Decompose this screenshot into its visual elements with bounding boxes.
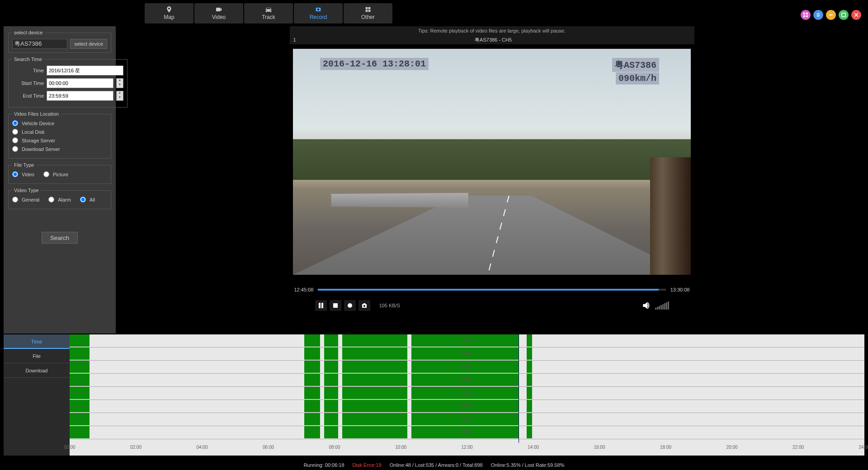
radio-label: General [22, 197, 39, 202]
timeline-segment[interactable] [342, 334, 407, 347]
timeline-row[interactable]: CH3 [70, 361, 864, 374]
timeline-segment[interactable] [324, 400, 339, 412]
nav-tab-track[interactable]: Track [244, 3, 293, 24]
tab-download[interactable]: Download [4, 363, 70, 378]
pause-button[interactable] [315, 300, 327, 311]
playhead[interactable] [519, 334, 519, 443]
timeline-row[interactable]: CH2 [70, 348, 864, 361]
time-spinner[interactable]: ▲▼ [116, 91, 123, 101]
swap-button[interactable] [813, 10, 823, 20]
timeline-segment[interactable] [324, 361, 339, 373]
timeline-segment[interactable] [304, 387, 320, 399]
nav-tab-other[interactable]: Other [344, 3, 392, 24]
radio-download-server[interactable] [12, 146, 18, 152]
timeline-row[interactable]: CH6 [70, 400, 864, 413]
nav-tab-map[interactable]: Map [145, 3, 193, 24]
timeline-segment[interactable] [70, 361, 90, 373]
start-time-label: Start Time [12, 80, 44, 86]
map-icon [165, 6, 174, 13]
radio-general[interactable] [12, 197, 18, 202]
status-running: Running: 00:06:18 [304, 462, 344, 468]
bottom-area: Time File Download CH1CH2CH3CH4CH5CH6CH7… [4, 334, 864, 456]
close-button[interactable] [851, 10, 861, 20]
timeline-segment[interactable] [324, 374, 339, 386]
timeline-row[interactable]: CH8 [70, 426, 864, 439]
progress-track[interactable] [318, 289, 665, 291]
timeline-segment[interactable] [527, 348, 532, 360]
timeline-segment[interactable] [342, 348, 407, 360]
radio-picture[interactable] [43, 171, 49, 177]
timeline-segment[interactable] [70, 413, 90, 425]
end-time-input[interactable] [47, 91, 113, 101]
radio-vehicle-device[interactable] [12, 120, 18, 126]
playback-bar: 12:45:08 13:30:08 [290, 283, 694, 296]
snapshot-button[interactable] [359, 300, 370, 311]
axis-tick: 14:00 [528, 445, 539, 450]
timeline-row[interactable]: CH4 [70, 374, 864, 387]
timeline-segment[interactable] [70, 400, 90, 412]
select-device-button[interactable]: select device [70, 39, 107, 49]
tab-time[interactable]: Time [4, 334, 70, 349]
timeline-segment[interactable] [70, 348, 90, 360]
stop-button[interactable] [330, 300, 341, 311]
timeline-segment[interactable] [324, 387, 339, 399]
timeline-segment[interactable] [304, 348, 320, 360]
timeline-segment[interactable] [304, 400, 320, 412]
start-time-input[interactable] [47, 78, 113, 88]
timeline-segment[interactable] [324, 348, 339, 360]
volume-bars[interactable] [655, 301, 669, 310]
time-spinner[interactable]: ▲▼ [116, 78, 123, 88]
timeline-row[interactable]: CH5 [70, 387, 864, 400]
top-bar: Map Video Track Record Other [0, 0, 868, 26]
timeline-segment[interactable] [527, 334, 532, 347]
minimize-button[interactable] [826, 10, 836, 20]
timeline-segment[interactable] [304, 413, 320, 425]
timeline-segment[interactable] [324, 413, 339, 425]
search-button[interactable]: Search [42, 232, 78, 244]
legend: Video Files Location [12, 111, 61, 117]
timeline-row[interactable]: CH1 [70, 334, 864, 348]
timeline-segment[interactable] [342, 400, 407, 412]
grid-button[interactable] [801, 10, 811, 20]
timeline-segment[interactable] [70, 387, 90, 399]
timeline-segment[interactable] [527, 361, 532, 373]
timeline-segment[interactable] [342, 361, 407, 373]
timeline-segment[interactable] [304, 374, 320, 386]
radio-alarm[interactable] [48, 197, 54, 202]
timeline-segment[interactable] [324, 334, 339, 347]
record-button[interactable] [344, 300, 356, 311]
nav-tab-record[interactable]: Record [294, 3, 343, 24]
timeline-segment[interactable] [304, 334, 320, 347]
timeline-segment[interactable] [527, 426, 532, 438]
video-area: Tips: Remote playback of video files are… [116, 26, 868, 334]
timeline-segment[interactable] [304, 361, 320, 373]
timeline-segment[interactable] [342, 374, 407, 386]
maximize-button[interactable] [839, 10, 849, 20]
device-input[interactable] [12, 39, 67, 49]
radio-storage-server[interactable] [12, 137, 18, 143]
timeline-segment[interactable] [70, 426, 90, 438]
timeline-segment[interactable] [324, 426, 339, 438]
timeline-row[interactable]: CH7 [70, 413, 864, 426]
radio-video[interactable] [12, 171, 18, 177]
radio-all[interactable] [80, 197, 86, 202]
axis-tick: 24:00 [859, 445, 868, 450]
timeline-segment[interactable] [342, 387, 407, 399]
volume-icon[interactable] [642, 301, 651, 310]
date-input[interactable] [47, 66, 123, 75]
nav-tab-video[interactable]: Video [194, 3, 243, 24]
radio-label: Picture [53, 172, 68, 177]
timeline-segment[interactable] [527, 413, 532, 425]
timeline-segment[interactable] [342, 413, 407, 425]
timeline-segment[interactable] [527, 400, 532, 412]
timeline-segment[interactable] [342, 426, 407, 438]
radio-local-disk[interactable] [12, 129, 18, 135]
timeline-segment[interactable] [527, 374, 532, 386]
timeline-segment[interactable] [70, 374, 90, 386]
timeline-segment[interactable] [70, 334, 90, 347]
timeline-segment[interactable] [527, 387, 532, 399]
tab-file[interactable]: File [4, 349, 70, 363]
timeline-segment[interactable] [304, 426, 320, 438]
video-frame[interactable]: 2016-12-16 13:28:01 粤AS7386 090km/h [293, 49, 691, 275]
timeline-body[interactable]: CH1CH2CH3CH4CH5CH6CH7CH8 [70, 334, 864, 442]
